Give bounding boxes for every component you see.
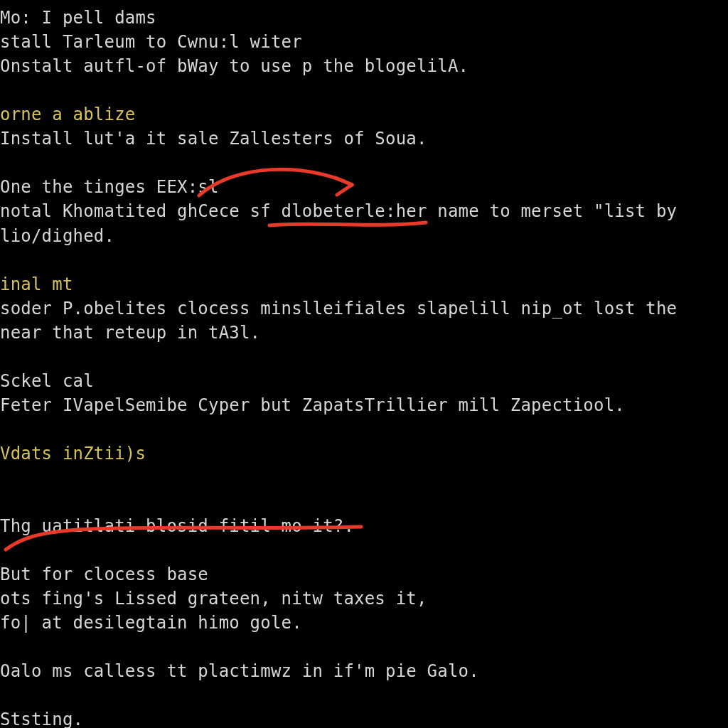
blank-line	[0, 490, 728, 514]
blank-line	[0, 78, 728, 102]
blank-line	[0, 683, 728, 707]
blank-line	[0, 538, 728, 562]
section-heading: inal mt	[0, 272, 728, 296]
terminal-line: Mo: I pell dams	[0, 6, 728, 30]
terminal-line: Install lut'a it sale Zallesters of Soua…	[0, 127, 728, 151]
terminal-line: near that reteup in tA3l.	[0, 321, 728, 345]
terminal-screen: Mo: I pell damsstall Tarleum to Cwnu:l w…	[0, 0, 728, 728]
blank-line	[0, 151, 728, 175]
blank-line	[0, 248, 728, 272]
terminal-line: Thg uatitlati blosid fitil mo it?.	[0, 514, 728, 538]
terminal-line: Oalo ms calless tt plactimwz in if'm pie…	[0, 659, 728, 683]
terminal-line: Sckel cal	[0, 369, 728, 393]
terminal-line: stall Tarleum to Cwnu:l witer	[0, 30, 728, 54]
terminal-line: Onstalt autfl-of bWay to use p the bloge…	[0, 54, 728, 78]
blank-line	[0, 635, 728, 659]
terminal-line: fo| at desilegtain himo gole.	[0, 611, 728, 635]
blank-line	[0, 417, 728, 441]
blank-line	[0, 466, 728, 490]
terminal-line: Ststing.	[0, 707, 728, 728]
section-heading: orne a ablize	[0, 102, 728, 127]
terminal-line: But for clocess base	[0, 562, 728, 587]
terminal-text: Mo: I pell damsstall Tarleum to Cwnu:l w…	[0, 6, 728, 728]
terminal-line: Feter IVapelSemibe Cyper but ZapatsTrill…	[0, 393, 728, 417]
terminal-line: lio/dighed.	[0, 224, 728, 248]
terminal-line: One the tinges EEX:sl	[0, 175, 728, 199]
section-heading: Vdats inZtii)s	[0, 441, 728, 466]
terminal-line: soder P.obelites clocess minslleifiales …	[0, 296, 728, 321]
terminal-line: notal Khomatited ghCece sf dlobeterle:he…	[0, 199, 728, 223]
blank-line	[0, 345, 728, 369]
terminal-line: ots fing's Lissed grateen, nitw taxes it…	[0, 587, 728, 611]
